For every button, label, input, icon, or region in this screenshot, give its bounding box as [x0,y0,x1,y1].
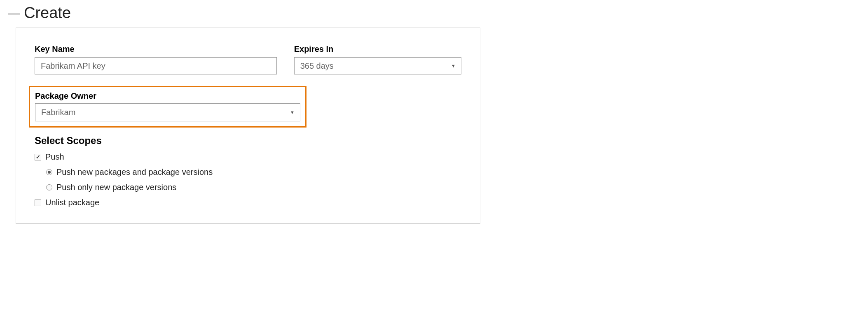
unlist-checkbox[interactable] [35,200,41,206]
expires-in-value: 365 days [300,61,334,71]
scope-push[interactable]: Push [35,152,461,162]
group-package-owner: Package Owner Fabrikam ▼ [35,91,300,121]
select-scopes-heading: Select Scopes [35,135,461,146]
chevron-down-icon: ▼ [451,63,456,68]
push-versions-label: Push only new package versions [56,183,176,192]
package-owner-label: Package Owner [35,91,300,101]
group-expires-in: Expires In 365 days ▼ [294,44,461,74]
push-new-label: Push new packages and package versions [56,167,213,177]
key-name-input[interactable] [35,57,277,74]
collapse-icon: — [8,7,16,19]
expires-in-select[interactable]: 365 days ▼ [294,57,461,74]
create-panel: Key Name Expires In 365 days ▼ Package O… [16,28,480,224]
package-owner-select[interactable]: Fabrikam ▼ [35,103,300,121]
unlist-label: Unlist package [45,198,99,207]
section-title: Create [24,4,71,22]
scope-unlist[interactable]: Unlist package [35,198,461,207]
section-header[interactable]: — Create [8,4,860,22]
scope-push-versions-only[interactable]: Push only new package versions [46,183,461,192]
push-label: Push [45,152,64,162]
key-name-label: Key Name [35,44,277,54]
package-owner-highlight: Package Owner Fabrikam ▼ [29,86,306,128]
push-checkbox[interactable] [35,154,41,160]
scope-push-new-packages[interactable]: Push new packages and package versions [46,167,461,177]
expires-in-label: Expires In [294,44,461,54]
chevron-down-icon: ▼ [290,110,295,115]
push-new-radio[interactable] [46,169,52,175]
group-key-name: Key Name [35,44,277,74]
row-keyname-expires: Key Name Expires In 365 days ▼ [35,44,461,74]
push-versions-radio[interactable] [46,184,52,190]
package-owner-value: Fabrikam [41,108,75,117]
